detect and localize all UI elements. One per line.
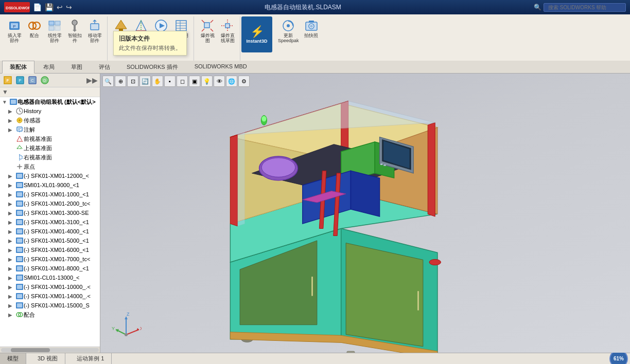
subasm-2-label: (-) SFK01-XM01-1000_<1 bbox=[24, 191, 89, 197]
vp-rotate-btn[interactable]: 🔄 bbox=[139, 76, 151, 87]
ribbon-btn-mate[interactable]: 配合 bbox=[25, 17, 44, 40]
h-scrollbar[interactable] bbox=[0, 347, 100, 353]
subasm-1-icon bbox=[15, 181, 24, 189]
tree-top-plane-item[interactable]: 上视基准面 bbox=[0, 143, 100, 153]
tree-subasm-1[interactable]: ▶ SMI01-XL01-9000_<1 bbox=[0, 180, 100, 190]
svg-text:Z: Z bbox=[127, 312, 130, 317]
panel-tool-display[interactable]: D bbox=[39, 75, 50, 86]
vp-lights-btn[interactable]: 💡 bbox=[201, 76, 213, 87]
vp-view-orient-btn[interactable]: ◻ bbox=[177, 76, 188, 87]
tree-subasm-13[interactable]: ▶ (-) SFK01-XM01-14000_.< bbox=[0, 292, 100, 301]
svg-rect-66 bbox=[17, 174, 22, 178]
tree-subasm-2[interactable]: ▶ (-) SFK01-XM01-1000_<1 bbox=[0, 190, 100, 199]
subasm-10-icon bbox=[15, 264, 24, 272]
tree-front-plane-item[interactable]: 前视基准面 bbox=[0, 134, 100, 143]
tree-right-plane-item[interactable]: 右视基准面 bbox=[0, 153, 100, 162]
tree-mates-item[interactable]: ▶ 配合 bbox=[0, 310, 100, 319]
titlebar-search-input[interactable] bbox=[544, 3, 626, 12]
tab-layout[interactable]: 布局 bbox=[36, 61, 62, 73]
svg-line-30 bbox=[211, 29, 213, 31]
tab-assembly[interactable]: 装配体 bbox=[2, 61, 34, 74]
svg-line-27 bbox=[202, 20, 204, 23]
subasm-14-label: (-) SFK01-XM01-15000_S bbox=[24, 302, 90, 308]
ribbon-btn-smart-fastener[interactable]: 智能扣件 bbox=[65, 17, 84, 45]
svg-rect-78 bbox=[17, 229, 22, 233]
tree-subasm-5[interactable]: ▶ (-) SFK01-XM01-3100_<1 bbox=[0, 217, 100, 227]
subasm-7-label: (-) SFK01-XM01-5000_<1 bbox=[24, 238, 89, 244]
tree-subasm-7[interactable]: ▶ (-) SFK01-XM01-5000_<1 bbox=[0, 236, 100, 245]
status-tab-model[interactable]: 模型 bbox=[0, 353, 26, 364]
tree-sensor-item[interactable]: ▶ 传感器 bbox=[0, 116, 100, 125]
tree-subasm-0[interactable]: ▶ (-) SFK01-XM01-12000_< bbox=[0, 171, 100, 180]
instant3d-icon: ⚡ bbox=[250, 25, 264, 39]
panel-tool-config[interactable]: C bbox=[27, 75, 38, 86]
explode-view-icon bbox=[200, 19, 215, 33]
tree-subasm-14[interactable]: ▶ (-) SFK01-XM01-15000_S bbox=[0, 301, 100, 310]
svg-rect-26 bbox=[204, 23, 209, 28]
status-tab-motion[interactable]: 运动算例 1 bbox=[69, 353, 112, 364]
vp-zoom-to-selection-btn[interactable]: ⊡ bbox=[127, 76, 138, 87]
tree-subasm-10[interactable]: ▶ (-) SFK01-XM01-8000_<1 bbox=[0, 264, 100, 273]
panel-expand-icon[interactable]: ▶▶ bbox=[86, 76, 98, 84]
tree-subasm-12[interactable]: ▶ (-) SFK01-XM01-10000_.< bbox=[0, 282, 100, 292]
tree-subasm-3[interactable]: ▶ (-) SFK01-XM01-2000_tc< bbox=[0, 199, 100, 208]
tree-origin-item[interactable]: 原点 bbox=[0, 162, 100, 171]
vp-zoom-in-btn[interactable]: 🔍 bbox=[102, 76, 114, 87]
tab-solidworks-plugins[interactable]: SOLIDWORKS 插件 bbox=[119, 61, 186, 73]
tree-subasm-11[interactable]: ▶ SMI01-CL01-13000_< bbox=[0, 273, 100, 282]
mate-label: 配合 bbox=[30, 33, 39, 39]
move-component-icon bbox=[87, 19, 102, 33]
vp-settings-btn[interactable]: ⚙ bbox=[238, 76, 250, 87]
h-scroll-thumb[interactable] bbox=[11, 348, 50, 352]
titlebar-left: DS SOLIDWORKS 📄 💾 ↩ ↪ bbox=[4, 2, 72, 12]
tree-subasm-4[interactable]: ▶ (-) SFK01-XM01-3000-SE bbox=[0, 208, 100, 217]
ribbon-btn-snapshot[interactable]: 拍快照 bbox=[302, 17, 321, 40]
content-area: F P C bbox=[0, 74, 630, 353]
svg-rect-86 bbox=[17, 266, 22, 270]
viewport[interactable]: 🔍 ⊕ ⊡ 🔄 ✋ ▪ ◻ ▣ 💡 👁 🌐 ⚙ bbox=[100, 74, 630, 353]
new-icon[interactable]: 📄 bbox=[33, 3, 42, 11]
save-icon[interactable]: 💾 bbox=[45, 3, 54, 11]
ribbon-btn-move-component[interactable]: 移动零部件 bbox=[85, 17, 104, 45]
svg-rect-9 bbox=[55, 21, 60, 25]
tree-root-item[interactable]: ▼ 电感器自动组装机 (默认<默认> bbox=[0, 97, 100, 106]
vp-zoom-to-fit-btn[interactable]: ⊕ bbox=[115, 76, 126, 87]
annotations-label: 注解 bbox=[24, 126, 35, 134]
vp-pan-btn[interactable]: ✋ bbox=[152, 76, 163, 87]
ribbon-btn-insert-part[interactable]: P 插入零部件 bbox=[5, 17, 24, 45]
annotations-icon bbox=[15, 125, 24, 134]
h-scroll-track[interactable] bbox=[1, 348, 99, 352]
tree-history-item[interactable]: ▶ History bbox=[0, 106, 100, 116]
redo-icon[interactable]: ↪ bbox=[66, 3, 72, 11]
ribbon-btn-linear[interactable]: 线性零部件 bbox=[45, 17, 64, 45]
tree-subasm-8[interactable]: ▶ (-) SFK01-XM01-6000_<1 bbox=[0, 245, 100, 254]
explode-line-icon bbox=[220, 19, 235, 33]
ribbon-btn-explode-line[interactable]: 爆炸直线草图 bbox=[218, 17, 237, 45]
vp-scene-btn[interactable]: 🌐 bbox=[226, 76, 237, 87]
ribbon-btn-update-speedpak[interactable]: 更新Speedpak bbox=[276, 17, 301, 45]
tree-subasm-6[interactable]: ▶ (-) SFK01-XM01-4000_<1 bbox=[0, 227, 100, 236]
subasm-4-icon bbox=[15, 209, 24, 217]
vp-display-style-btn[interactable]: ▣ bbox=[189, 76, 200, 87]
ribbon-btn-explode-view[interactable]: 爆炸视图 bbox=[198, 17, 217, 45]
panel-tool-feature-tree[interactable]: F bbox=[2, 75, 13, 86]
svg-text:C: C bbox=[31, 78, 34, 83]
undo-icon[interactable]: ↩ bbox=[57, 3, 63, 11]
right-plane-label: 右视基准面 bbox=[24, 154, 52, 161]
svg-rect-51 bbox=[11, 100, 16, 104]
tab-sketch[interactable]: 草图 bbox=[63, 61, 90, 73]
svg-text:P: P bbox=[13, 24, 15, 29]
status-tab-3dview[interactable]: 3D 视图 bbox=[30, 353, 65, 364]
vp-hide-show-btn[interactable]: 👁 bbox=[214, 76, 225, 87]
instant3d-button[interactable]: ⚡ Instant3D bbox=[241, 16, 272, 52]
tree-subasm-9[interactable]: ▶ (-) SFK01-XM01-7000_tc< bbox=[0, 254, 100, 264]
root-label: 电感器自动组装机 (默认<默认> bbox=[18, 98, 96, 106]
panel-tool-property[interactable]: P bbox=[14, 75, 26, 86]
tree-annotations-item[interactable]: ▶ 注解 bbox=[0, 125, 100, 134]
vp-section-view-btn[interactable]: ▪ bbox=[164, 76, 176, 87]
svg-marker-139 bbox=[136, 328, 139, 331]
svg-rect-68 bbox=[17, 183, 22, 187]
tab-evaluate[interactable]: 评估 bbox=[91, 61, 118, 73]
svg-point-115 bbox=[261, 158, 295, 177]
tab-solidworks-mbd[interactable]: SOLIDWORKS MBD bbox=[187, 61, 255, 73]
